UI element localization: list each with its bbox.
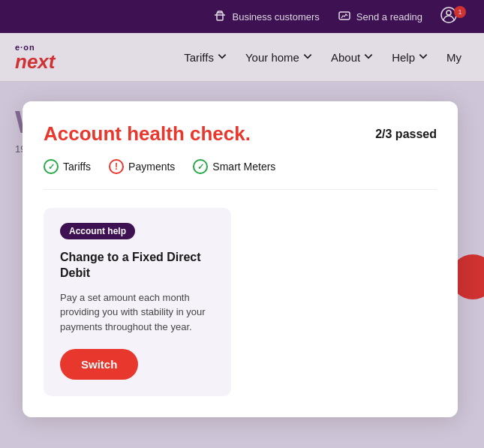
check-smart-meters: Smart Meters bbox=[193, 159, 275, 174]
check-green-tariffs bbox=[44, 159, 59, 174]
card-tag: Account help bbox=[60, 223, 135, 239]
check-tariffs-label: Tariffs bbox=[63, 161, 91, 173]
account-help-card: Account help Change to a Fixed Direct De… bbox=[44, 208, 231, 396]
modal-title: Account health check. bbox=[44, 122, 251, 146]
check-payments-label: Payments bbox=[128, 161, 175, 173]
card-description: Pay a set amount each month providing yo… bbox=[60, 290, 215, 335]
switch-button[interactable]: Switch bbox=[60, 349, 138, 380]
check-smart-meters-label: Smart Meters bbox=[212, 161, 275, 173]
check-green-smart-meters bbox=[193, 159, 208, 174]
check-tariffs: Tariffs bbox=[44, 159, 91, 174]
account-health-check-modal: Account health check. 2/3 passed Tariffs… bbox=[23, 101, 458, 417]
modal-checks: Tariffs ! Payments Smart Meters bbox=[44, 159, 437, 190]
card-title: Change to a Fixed Direct Debit bbox=[60, 250, 215, 281]
check-payments: ! Payments bbox=[109, 159, 175, 174]
modal-header: Account health check. 2/3 passed bbox=[44, 122, 437, 146]
check-warning-payments: ! bbox=[109, 159, 124, 174]
modal-passed: 2/3 passed bbox=[375, 128, 437, 141]
